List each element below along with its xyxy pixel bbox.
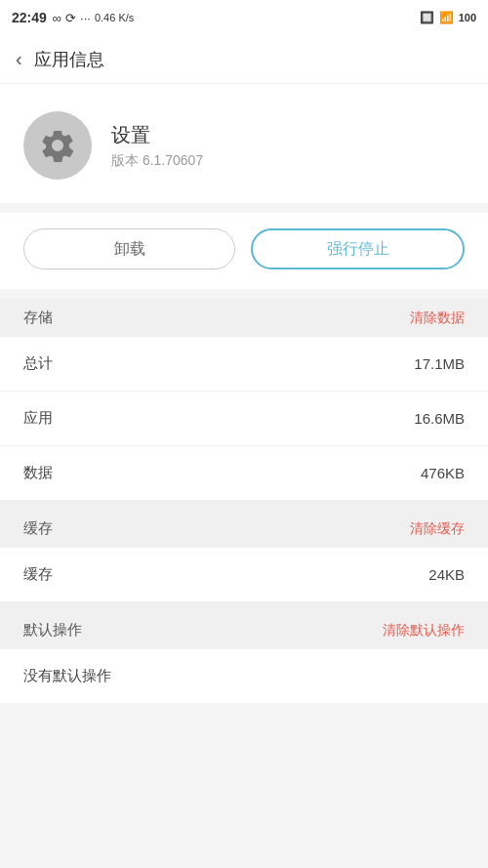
- infinity-icon: ∞: [53, 11, 61, 25]
- clear-default-button[interactable]: 清除默认操作: [383, 622, 465, 640]
- app-name: 设置: [111, 122, 203, 148]
- storage-row-total: 总计 17.1MB: [0, 337, 488, 392]
- clear-data-button[interactable]: 清除数据: [410, 310, 465, 327]
- cache-section-header: 缓存 清除缓存: [0, 510, 488, 548]
- cache-row-label: 缓存: [23, 565, 53, 584]
- network-speed: 0.46 K/s: [95, 12, 134, 23]
- status-bar: 22:49 ∞ ⟳ ··· 0.46 K/s 🔲 📶 100: [0, 0, 488, 35]
- app-version: 版本 6.1.70607: [111, 152, 203, 170]
- app-info-section: 设置 版本 6.1.70607: [0, 84, 488, 203]
- battery-percent: 100: [459, 12, 476, 23]
- status-right-icons: 🔲 📶 100: [420, 11, 476, 24]
- time-display: 22:49: [12, 10, 47, 25]
- uninstall-button[interactable]: 卸载: [23, 228, 235, 269]
- status-time: 22:49 ∞ ⟳ ··· 0.46 K/s: [12, 10, 134, 25]
- storage-section-header: 存储 清除数据: [0, 299, 488, 337]
- cache-row-value: 24KB: [428, 566, 465, 583]
- default-label: 默认操作: [23, 621, 82, 640]
- storage-data-value: 476KB: [421, 465, 465, 481]
- signal-icon: 📶: [439, 11, 454, 24]
- storage-row-app: 应用 16.6MB: [0, 392, 488, 446]
- default-section-header: 默认操作 清除默认操作: [0, 611, 488, 649]
- cache-info-list: 缓存 24KB: [0, 548, 488, 601]
- ellipsis-icon: ···: [80, 11, 91, 25]
- cache-row: 缓存 24KB: [0, 548, 488, 601]
- storage-app-label: 应用: [23, 409, 53, 428]
- storage-app-value: 16.6MB: [414, 410, 465, 427]
- storage-total-label: 总计: [23, 354, 53, 373]
- section-gap-2: [0, 601, 488, 611]
- status-icons: ∞ ⟳ ··· 0.46 K/s: [53, 11, 134, 25]
- no-default-text: 没有默认操作: [23, 667, 111, 683]
- storage-data-label: 数据: [23, 464, 53, 482]
- app-icon: [23, 111, 92, 180]
- storage-row-data: 数据 476KB: [0, 446, 488, 500]
- cache-label: 缓存: [23, 519, 53, 538]
- back-button[interactable]: ‹: [16, 48, 22, 70]
- app-details: 设置 版本 6.1.70607: [111, 122, 203, 170]
- section-gap-1: [0, 500, 488, 510]
- force-stop-button[interactable]: 强行停止: [251, 228, 465, 269]
- storage-label: 存储: [23, 309, 53, 327]
- storage-info-list: 总计 17.1MB 应用 16.6MB 数据 476KB: [0, 337, 488, 500]
- clear-cache-button[interactable]: 清除缓存: [410, 520, 465, 538]
- loop-icon: ⟳: [65, 11, 76, 25]
- action-buttons: 卸载 强行停止: [0, 213, 488, 289]
- storage-total-value: 17.1MB: [414, 355, 465, 372]
- default-actions-content: 没有默认操作: [0, 649, 488, 703]
- bluetooth-icon: 🔲: [420, 11, 434, 24]
- settings-gear-icon: [38, 126, 77, 165]
- toolbar: ‹ 应用信息: [0, 35, 488, 84]
- battery-display: 100: [459, 12, 476, 23]
- page-title: 应用信息: [34, 48, 104, 71]
